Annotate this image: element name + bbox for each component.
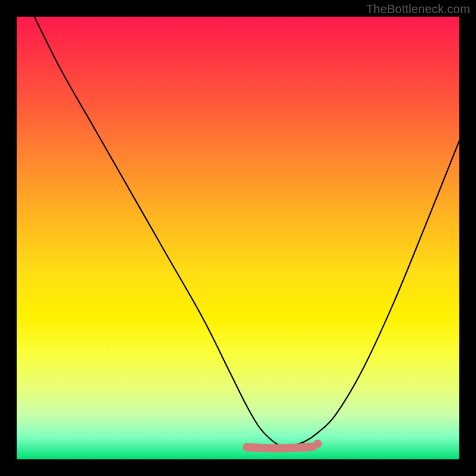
chart-frame: TheBottleneck.com [0, 0, 476, 476]
bottleneck-curve [35, 17, 459, 447]
watermark-text: TheBottleneck.com [366, 2, 470, 16]
optimal-range-highlight [247, 447, 313, 449]
plot-area [17, 17, 459, 459]
bottleneck-curve-svg [17, 17, 459, 459]
optimal-range-endpoint [314, 440, 322, 448]
